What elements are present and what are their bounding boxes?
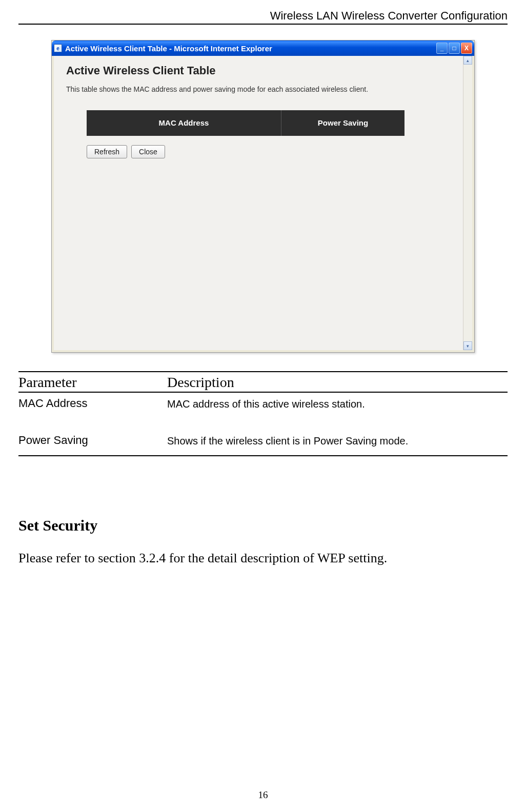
- section-heading: Set Security: [18, 517, 97, 534]
- window-controls: _ □ X: [436, 43, 472, 54]
- content-title: Active Wireless Client Table: [66, 64, 451, 77]
- divider-bottom: [18, 455, 508, 456]
- maximize-icon: □: [452, 45, 456, 52]
- minimize-icon: _: [440, 45, 444, 52]
- scroll-down-icon[interactable]: ▾: [463, 341, 472, 350]
- client-table-header: MAC Address Power Saving: [87, 110, 404, 136]
- section-body: Please refer to section 3.2.4 for the de…: [18, 551, 508, 566]
- param-name-mac: MAC Address: [18, 397, 167, 410]
- browser-body: Active Wireless Client Table This table …: [54, 56, 472, 350]
- screenshot-window: e Active Wireless Client Table - Microso…: [51, 40, 475, 353]
- close-window-button[interactable]: X: [461, 43, 472, 54]
- parameter-table-section: Parameter Description MAC Address MAC ad…: [18, 371, 508, 456]
- scroll-up-icon[interactable]: ▴: [463, 56, 472, 65]
- button-row: Refresh Close: [87, 145, 451, 158]
- param-name-power: Power Saving: [18, 434, 167, 447]
- page-header-text: Wireless LAN Wireless Converter Configur…: [270, 9, 508, 22]
- content-description: This table shows the MAC address and pow…: [66, 85, 394, 95]
- param-header-row: Parameter Description: [18, 372, 508, 392]
- col-header-description: Description: [167, 374, 508, 391]
- page-number: 16: [0, 789, 526, 801]
- window-title: Active Wireless Client Table - Microsoft…: [65, 44, 272, 53]
- close-icon: X: [464, 45, 469, 52]
- th-power-saving: Power Saving: [281, 110, 404, 136]
- param-desc-mac: MAC address of this active wireless stat…: [167, 397, 508, 410]
- param-row-mac: MAC Address MAC address of this active w…: [18, 393, 508, 430]
- param-desc-power: Shows if the wireless client is in Power…: [167, 434, 508, 447]
- minimize-button[interactable]: _: [436, 43, 448, 54]
- vertical-scrollbar[interactable]: ▴ ▾: [463, 56, 472, 350]
- maximize-button[interactable]: □: [449, 43, 460, 54]
- param-row-power: Power Saving Shows if the wireless clien…: [18, 430, 508, 455]
- th-mac-address: MAC Address: [87, 110, 281, 136]
- titlebar: e Active Wireless Client Table - Microso…: [52, 40, 474, 56]
- content-area: Active Wireless Client Table This table …: [54, 56, 463, 350]
- close-button[interactable]: Close: [131, 145, 165, 158]
- refresh-button[interactable]: Refresh: [87, 145, 127, 158]
- ie-page-icon: e: [54, 44, 62, 52]
- col-header-parameter: Parameter: [18, 374, 167, 391]
- client-table: MAC Address Power Saving: [87, 110, 404, 136]
- page-header: Wireless LAN Wireless Converter Configur…: [18, 9, 508, 25]
